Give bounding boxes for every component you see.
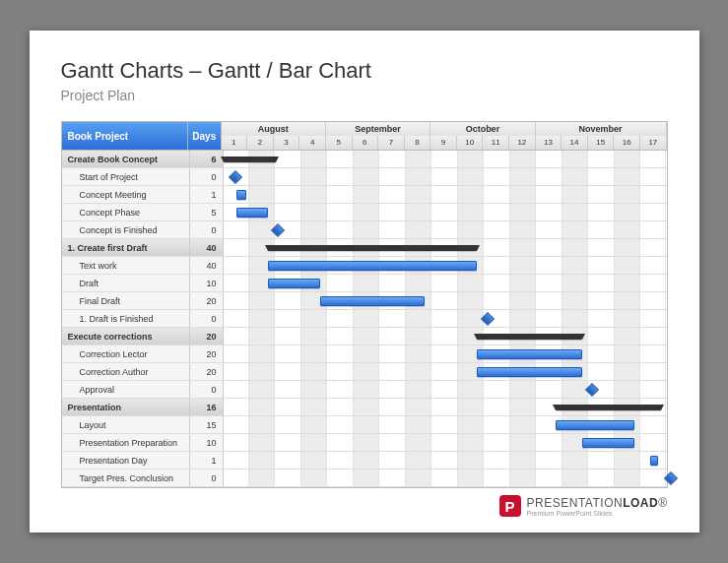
footer-logo: P PRESENTATIONLOAD® Premium PowerPoint S…	[499, 495, 668, 517]
task-bar	[320, 296, 425, 306]
task-grid	[224, 239, 667, 256]
week-header: 4	[299, 136, 326, 150]
gantt-chart: Book Project Days AugustSeptemberOctober…	[61, 121, 668, 488]
task-grid	[224, 434, 667, 451]
task-row: Approval0	[62, 381, 667, 399]
task-row: Final Draft20	[62, 292, 667, 310]
logo-text-wrap: PRESENTATIONLOAD® Premium PowerPoint Sli…	[527, 496, 668, 517]
task-name: Approval	[62, 381, 190, 398]
task-grid	[224, 328, 667, 344]
task-days: 5	[190, 204, 224, 220]
task-bar	[582, 438, 634, 448]
task-grid	[224, 452, 667, 469]
task-days: 20	[190, 328, 224, 344]
month-header: October	[430, 122, 535, 136]
task-days: 0	[190, 168, 224, 185]
month-header: August	[222, 122, 326, 136]
task-days: 20	[190, 292, 224, 309]
task-grid	[224, 292, 667, 309]
task-name: Presentation	[62, 399, 190, 415]
task-name: 1. Draft is Finished	[62, 310, 190, 327]
task-grid	[224, 310, 667, 327]
task-bar	[268, 279, 320, 288]
task-days: 1	[190, 452, 224, 469]
slide-subtitle: Project Plan	[61, 88, 668, 103]
task-row: Concept Phase5	[62, 204, 667, 221]
task-bar	[650, 456, 658, 466]
task-name: Correction Lector	[62, 345, 190, 362]
week-header: 3	[274, 136, 300, 150]
task-row: Draft10	[62, 275, 667, 292]
task-grid	[224, 257, 667, 274]
logo-icon: P	[499, 495, 521, 517]
week-header: 16	[614, 136, 640, 150]
task-name: Start of Project	[62, 168, 190, 185]
month-header: September	[326, 122, 430, 136]
task-row: Correction Author20	[62, 363, 667, 381]
task-row: Create Book Concept6	[62, 151, 667, 168]
week-header: 14	[562, 136, 588, 150]
task-grid	[224, 416, 667, 433]
week-header: 17	[640, 136, 667, 150]
task-bar	[477, 367, 581, 377]
summary-bar	[556, 405, 660, 410]
week-header: 10	[457, 136, 484, 150]
logo-brand-2: LOAD	[623, 496, 658, 510]
task-grid	[224, 469, 667, 486]
task-grid	[224, 204, 667, 220]
task-grid	[224, 168, 667, 185]
task-name: Final Draft	[62, 292, 190, 309]
task-row: Text work40	[62, 257, 667, 275]
project-header: Book Project	[62, 122, 188, 150]
task-grid	[224, 275, 667, 291]
task-grid	[224, 363, 667, 380]
month-header: November	[536, 122, 667, 136]
week-header: 2	[247, 136, 274, 150]
task-days: 15	[190, 416, 224, 433]
week-header: 5	[326, 136, 353, 150]
week-header: 13	[536, 136, 563, 150]
task-days: 20	[190, 345, 224, 362]
task-name: Presentation Day	[62, 452, 190, 469]
week-header: 7	[378, 136, 405, 150]
task-row: 1. Draft is Finished0	[62, 310, 667, 328]
task-row: Concept Meeting1	[62, 186, 667, 204]
week-header: 9	[430, 136, 457, 150]
task-days: 40	[190, 239, 224, 256]
task-days: 0	[190, 310, 224, 327]
slide: Gantt Charts – Gantt / Bar Chart Project…	[30, 31, 699, 532]
task-bar	[236, 190, 247, 200]
task-name: Concept Phase	[62, 204, 190, 220]
timeline-header: AugustSeptemberOctoberNovember 123456789…	[222, 122, 667, 150]
summary-bar	[224, 156, 276, 162]
task-row: Correction Lector20	[62, 345, 667, 363]
task-name: Presentation Preparation	[62, 434, 190, 451]
weeks-row: 1234567891011121314151617	[222, 136, 667, 150]
slide-title: Gantt Charts – Gantt / Bar Chart	[61, 58, 668, 84]
task-name: Target Pres. Conclusion	[62, 469, 190, 486]
week-header: 12	[509, 136, 536, 150]
task-days: 6	[190, 151, 224, 167]
task-row: Concept is Finished0	[62, 221, 667, 239]
task-days: 40	[190, 257, 224, 274]
months-row: AugustSeptemberOctoberNovember	[222, 122, 667, 136]
task-row: Presentation Preparation10	[62, 434, 667, 452]
logo-sub: Premium PowerPoint Slides	[527, 510, 668, 517]
week-header: 6	[353, 136, 379, 150]
task-bar	[268, 261, 478, 271]
gantt-body: Create Book Concept6Start of Project0Con…	[62, 151, 667, 487]
task-row: Start of Project0	[62, 168, 667, 186]
task-name: Execute corrections	[62, 328, 190, 344]
task-row: Target Pres. Conclusion0	[62, 469, 667, 487]
task-days: 1	[190, 186, 224, 203]
task-row: Presentation16	[62, 399, 667, 416]
task-bar	[556, 420, 634, 430]
task-grid	[224, 221, 667, 238]
task-days: 0	[190, 381, 224, 398]
task-grid	[224, 186, 667, 203]
summary-bar	[477, 334, 581, 340]
week-header: 11	[483, 136, 509, 150]
week-header: 8	[405, 136, 431, 150]
task-grid	[224, 345, 667, 362]
task-row: Presentation Day1	[62, 452, 667, 469]
